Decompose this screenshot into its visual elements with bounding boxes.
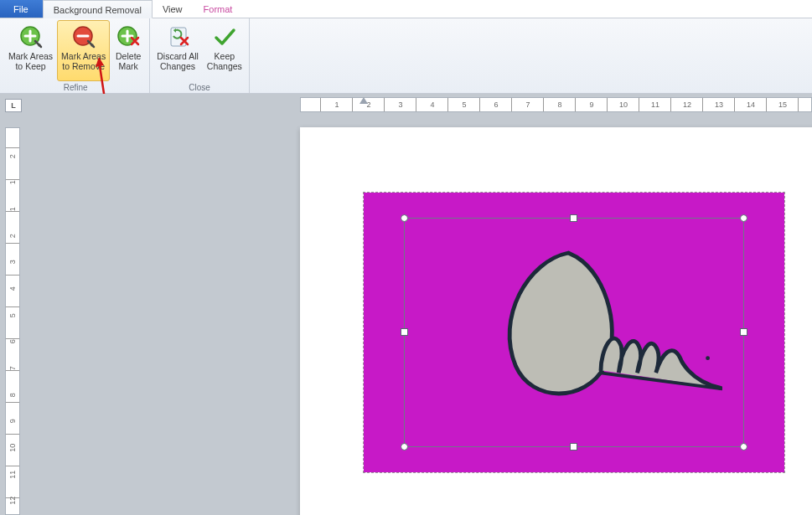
- ruler-number: 11: [5, 468, 20, 482]
- ruler-number: 8: [5, 389, 20, 402]
- ruler-number: 7: [5, 362, 20, 375]
- tab-file[interactable]: File: [0, 0, 43, 18]
- ruler-number: 2: [5, 150, 20, 163]
- keep-label: KeepChanges: [207, 51, 242, 71]
- document-page: [300, 127, 812, 515]
- ruler-number: 4: [5, 282, 20, 296]
- ruler-number: 11: [639, 100, 671, 109]
- handle-middle-right[interactable]: [740, 328, 747, 336]
- keep-changes-button[interactable]: KeepChanges: [203, 20, 246, 81]
- tab-file-label: File: [13, 4, 28, 14]
- ruler-number: 14: [735, 100, 767, 109]
- delete-mark-label: DeleteMark: [116, 51, 141, 71]
- delete-mark-button[interactable]: DeleteMark: [110, 20, 147, 81]
- ribbon-group-close: Discard AllChanges KeepChanges Close: [150, 18, 250, 93]
- tab-view-label: View: [163, 4, 183, 14]
- discard-icon: [165, 23, 190, 51]
- v-ruler-marks: 21123456789101112: [6, 127, 19, 514]
- ruler-number: 2: [353, 100, 385, 109]
- ribbon: Mark Areasto Keep Mark Areasto Remove: [0, 18, 812, 94]
- keep-icon: [212, 23, 237, 51]
- tab-background-removal[interactable]: Background Removal: [43, 0, 153, 18]
- horizontal-ruler[interactable]: 21123456789101112131415: [300, 97, 812, 112]
- mark-remove-icon: [71, 23, 96, 51]
- ruler-number: 4: [416, 100, 448, 109]
- tab-view[interactable]: View: [153, 0, 194, 18]
- background-removal-image[interactable]: [364, 193, 784, 472]
- refine-buttons: Mark Areasto Keep Mark Areasto Remove: [4, 20, 147, 81]
- ruler-number: 1: [5, 176, 20, 189]
- handle-top-middle[interactable]: [570, 214, 577, 222]
- ruler-number: 5: [448, 100, 480, 109]
- ruler-number: 12: [5, 494, 20, 507]
- mark-areas-to-keep-button[interactable]: Mark Areasto Keep: [4, 20, 57, 81]
- ruler-number: 3: [5, 255, 20, 269]
- document-workspace: L 21123456789101112131415 21123456789101…: [0, 94, 812, 515]
- ruler-number: 7: [512, 100, 544, 109]
- ruler-number: 9: [5, 415, 20, 428]
- crop-selection[interactable]: [404, 218, 744, 447]
- ruler-number: 9: [576, 100, 608, 109]
- ruler-number: 6: [480, 100, 512, 109]
- tab-bar: File Background Removal View Format: [0, 0, 812, 18]
- mark-keep-label: Mark Areasto Keep: [8, 51, 53, 71]
- handle-middle-left[interactable]: [401, 328, 408, 336]
- ruler-number: 10: [608, 100, 639, 109]
- close-group-label: Close: [153, 81, 246, 93]
- ruler-number: 1: [321, 100, 353, 109]
- ribbon-group-refine: Mark Areasto Keep Mark Areasto Remove: [2, 18, 150, 93]
- tab-format-label: Format: [204, 4, 233, 14]
- h-ruler-marks: 21123456789101112131415: [300, 98, 811, 111]
- handle-bottom-right[interactable]: [740, 443, 747, 451]
- mark-keep-icon: [18, 23, 44, 51]
- delete-mark-icon: [116, 23, 141, 51]
- ruler-number: 13: [703, 100, 735, 109]
- tab-stop-selector[interactable]: L: [5, 99, 22, 112]
- ruler-number: [5, 127, 20, 136]
- handle-top-right[interactable]: [740, 214, 747, 222]
- mark-remove-label: Mark Areasto Remove: [61, 51, 106, 71]
- handle-bottom-middle[interactable]: [570, 443, 577, 451]
- ruler-number: 15: [767, 100, 799, 109]
- vertical-ruler[interactable]: 21123456789101112: [5, 127, 20, 515]
- ruler-number: 8: [544, 100, 576, 109]
- ruler-number: 1: [5, 203, 20, 216]
- tab-bgremoval-label: Background Removal: [54, 5, 142, 15]
- ruler-number: 5: [5, 309, 20, 322]
- ruler-number: 2: [5, 229, 20, 243]
- tab-format[interactable]: Format: [194, 0, 244, 18]
- ruler-number: 12: [671, 100, 703, 109]
- handle-bottom-left[interactable]: [401, 443, 408, 451]
- ruler-number: 3: [385, 100, 416, 109]
- ruler-number: 6: [5, 335, 20, 348]
- refine-group-label: Refine: [4, 81, 147, 93]
- mark-areas-to-remove-button[interactable]: Mark Areasto Remove: [57, 20, 110, 81]
- discard-label: Discard AllChanges: [157, 51, 199, 71]
- discard-all-changes-button[interactable]: Discard AllChanges: [153, 20, 203, 81]
- handle-top-left[interactable]: [401, 214, 408, 222]
- indent-marker-icon[interactable]: [359, 97, 368, 104]
- close-buttons: Discard AllChanges KeepChanges: [153, 20, 246, 81]
- ruler-number: 10: [5, 441, 20, 455]
